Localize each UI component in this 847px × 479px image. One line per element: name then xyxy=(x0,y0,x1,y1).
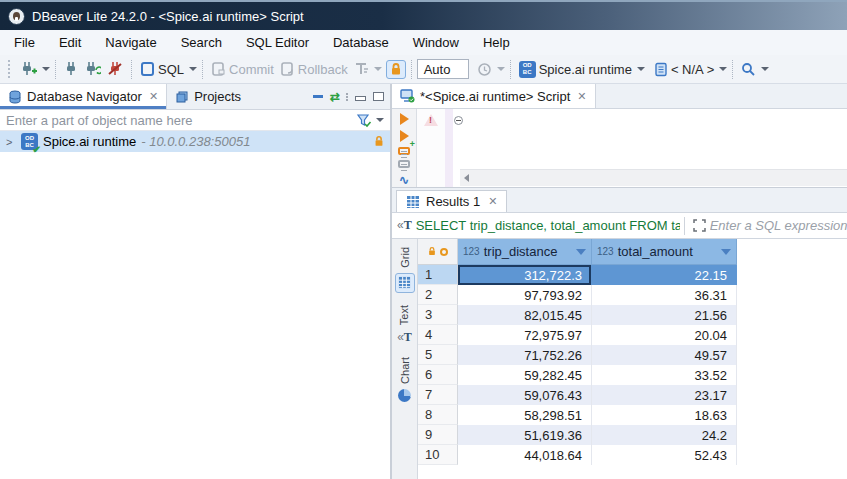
scroll-left-icon[interactable] xyxy=(464,174,469,182)
sql-editor-button[interactable]: SQL xyxy=(137,59,187,79)
new-connection-button[interactable] xyxy=(17,59,40,79)
row-number-cell[interactable]: 3 xyxy=(418,305,458,325)
chevron-right-icon[interactable]: > xyxy=(6,136,16,148)
menu-item[interactable]: Help xyxy=(483,35,510,50)
cell-total-amount[interactable]: 22.15 xyxy=(592,265,737,285)
script-gray-icon[interactable] xyxy=(398,160,410,168)
tab-results-1[interactable]: Results 1 ✕ xyxy=(396,190,507,212)
menu-item[interactable]: File xyxy=(14,35,35,50)
execute-script-icon[interactable] xyxy=(398,147,410,155)
expand-panel-icon[interactable] xyxy=(693,219,706,232)
corner-ring-icon xyxy=(440,248,448,256)
cell-trip-distance[interactable]: 59,282.45 xyxy=(458,365,592,385)
schema-icon xyxy=(654,62,668,77)
tab-projects[interactable]: Projects xyxy=(167,84,249,109)
column-header-total-amount[interactable]: 123 total_amount xyxy=(592,239,737,265)
connection-tree-item[interactable]: > ODBC ✔ Spice.ai runtime - 10.0.0.238:5… xyxy=(0,131,390,152)
tab-database-navigator[interactable]: Database Navigator ✕ xyxy=(0,84,167,109)
cell-trip-distance[interactable]: 72,975.97 xyxy=(458,325,592,345)
new-connection-dropdown[interactable] xyxy=(42,67,50,71)
cell-total-amount[interactable]: 36.31 xyxy=(592,285,737,305)
filter-funnel-icon[interactable] xyxy=(356,113,372,128)
sort-arrow-icon[interactable] xyxy=(576,249,586,255)
sql-code[interactable]: SELECT trip_distance, total_amount FROM … xyxy=(467,109,847,168)
cell-trip-distance[interactable]: 312,722.3 xyxy=(458,265,592,285)
view-menu-icon[interactable] xyxy=(346,93,348,101)
cell-total-amount[interactable]: 20.04 xyxy=(592,325,737,345)
commit-button[interactable]: Commit xyxy=(208,59,277,79)
menu-item[interactable]: Navigate xyxy=(105,35,156,50)
row-number-cell[interactable]: 7 xyxy=(418,385,458,405)
maximize-view-icon[interactable] xyxy=(373,92,384,101)
search-button[interactable] xyxy=(738,60,759,79)
active-schema-dropdown[interactable] xyxy=(719,67,727,71)
row-number-cell[interactable]: 5 xyxy=(418,345,458,365)
menu-item[interactable]: Database xyxy=(333,35,389,50)
row-number-cell[interactable]: 10 xyxy=(418,445,458,465)
menu-item[interactable]: Window xyxy=(413,35,459,50)
cell-trip-distance[interactable]: 59,076.43 xyxy=(458,385,592,405)
execute-statement-icon[interactable] xyxy=(400,113,409,125)
cell-total-amount[interactable]: 24.2 xyxy=(592,425,737,445)
active-connection-dropdown[interactable] xyxy=(637,67,645,71)
cell-trip-distance[interactable]: 44,018.64 xyxy=(458,445,592,465)
cell-total-amount[interactable]: 49.57 xyxy=(592,345,737,365)
active-connection-selector[interactable]: ODBC Spice.ai runtime xyxy=(516,59,635,80)
side-tab-chart[interactable]: Chart xyxy=(398,357,411,402)
active-schema-selector[interactable]: < N/A > xyxy=(651,60,717,79)
menu-item[interactable]: Search xyxy=(181,35,222,50)
explain-plan-icon[interactable]: ∿ xyxy=(399,173,409,187)
menu-item[interactable]: Edit xyxy=(59,35,81,50)
object-filter-input[interactable] xyxy=(6,113,356,128)
side-tab-chart-label: Chart xyxy=(399,357,411,384)
row-number-cell[interactable]: 2 xyxy=(418,285,458,305)
row-number-cell[interactable]: 9 xyxy=(418,425,458,445)
disconnect-button[interactable] xyxy=(104,59,126,79)
collapse-all-icon[interactable] xyxy=(313,95,323,98)
grid-corner-cell[interactable] xyxy=(418,239,458,265)
execute-new-tab-icon[interactable]: + xyxy=(400,130,409,142)
transaction-dropdown[interactable] xyxy=(374,67,382,71)
connect-button[interactable] xyxy=(61,59,81,79)
editor-horizontal-scrollbar[interactable] xyxy=(460,169,847,186)
cell-trip-distance[interactable]: 58,298.51 xyxy=(458,405,592,425)
close-icon[interactable]: ✕ xyxy=(488,195,497,208)
filter-dropdown[interactable] xyxy=(376,118,384,122)
fold-collapse-icon[interactable] xyxy=(454,116,463,125)
title-bar[interactable]: DBeaver Lite 24.2.0 - <Spice.ai runtime>… xyxy=(0,0,847,30)
transaction-history-button[interactable] xyxy=(474,60,495,79)
transaction-history-dropdown[interactable] xyxy=(497,67,505,71)
row-number-cell[interactable]: 8 xyxy=(418,405,458,425)
cell-trip-distance[interactable]: 82,015.45 xyxy=(458,305,592,325)
warning-icon[interactable] xyxy=(424,114,438,126)
search-dropdown[interactable] xyxy=(761,67,769,71)
cell-trip-distance[interactable]: 51,619.36 xyxy=(458,425,592,445)
cell-total-amount[interactable]: 23.17 xyxy=(592,385,737,405)
cell-trip-distance[interactable]: 71,752.26 xyxy=(458,345,592,365)
menu-item[interactable]: SQL Editor xyxy=(246,35,309,50)
cell-total-amount[interactable]: 52.43 xyxy=(592,445,737,465)
autocommit-lock-toggle[interactable] xyxy=(386,60,406,79)
expression-filter-input[interactable]: Enter a SQL expression to xyxy=(710,218,847,233)
close-icon[interactable]: ✕ xyxy=(149,90,158,103)
rollback-button[interactable]: Rollback xyxy=(277,59,351,79)
side-tab-grid[interactable]: Grid xyxy=(395,247,415,293)
column-header-trip-distance[interactable]: 123 trip_distance xyxy=(458,239,592,265)
row-number-cell[interactable]: 6 xyxy=(418,365,458,385)
autocommit-mode-combo[interactable]: Auto xyxy=(417,59,469,79)
side-tab-text[interactable]: Text «T xyxy=(397,305,412,345)
row-number-cell[interactable]: 1 xyxy=(418,265,458,285)
sort-arrow-icon[interactable] xyxy=(721,249,731,255)
row-number-cell[interactable]: 4 xyxy=(418,325,458,345)
cell-trip-distance[interactable]: 97,793.92 xyxy=(458,285,592,305)
transaction-log-button[interactable] xyxy=(351,59,372,79)
cell-total-amount[interactable]: 33.52 xyxy=(592,365,737,385)
reconnect-button[interactable] xyxy=(81,59,104,79)
sql-editor-dropdown[interactable] xyxy=(189,67,197,71)
link-editor-icon[interactable]: ⇄ xyxy=(330,90,339,104)
cell-total-amount[interactable]: 21.56 xyxy=(592,305,737,325)
cell-total-amount[interactable]: 18.63 xyxy=(592,405,737,425)
minimize-view-icon[interactable] xyxy=(355,96,366,101)
tab-sql-script[interactable]: *<Spice.ai runtime> Script ✕ xyxy=(392,84,596,108)
close-icon[interactable]: ✕ xyxy=(577,90,586,103)
